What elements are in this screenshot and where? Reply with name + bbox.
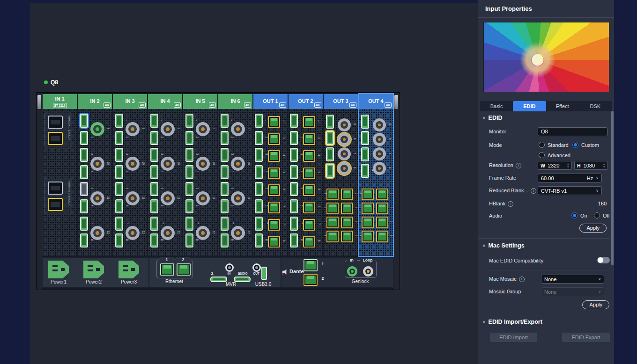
- card-in2[interactable]: IN 24K123456789101112: [78, 94, 112, 256]
- bnc-port-11[interactable]: [161, 191, 175, 205]
- hdmi-port-5[interactable]: [255, 182, 263, 196]
- tab-basic[interactable]: Basic: [480, 101, 513, 111]
- rj45-port-6[interactable]: [341, 217, 353, 228]
- bnc-port-12[interactable]: [126, 226, 140, 240]
- hdmi-port-5[interactable]: [150, 182, 158, 196]
- tab-edid[interactable]: EDID: [513, 101, 546, 111]
- spinner-arrows-icon[interactable]: ∧∨: [603, 163, 605, 168]
- hdmi-port-4[interactable]: [221, 165, 229, 179]
- hdmi-port-7[interactable]: [290, 217, 298, 231]
- rj45-port-1[interactable]: [326, 189, 339, 200]
- tab-dsk[interactable]: DSK: [579, 101, 612, 111]
- monitor-input[interactable]: Q8: [538, 127, 607, 136]
- mac-settings-section-header[interactable]: ∨ Mac Settings: [482, 242, 525, 249]
- hdmi-port-7[interactable]: [115, 217, 123, 231]
- mode-custom-radio[interactable]: Custom: [572, 142, 599, 148]
- mac-compatibility-toggle[interactable]: [597, 257, 610, 263]
- rj45-port-3[interactable]: [362, 203, 374, 214]
- hdmi-port-3[interactable]: [115, 148, 123, 162]
- info-icon[interactable]: [531, 188, 536, 194]
- card-in1[interactable]: IN 1ST 2110PRIMARY-1-BACKUPPRIMARY-2-BAC…: [43, 94, 77, 256]
- hdmi-port-2[interactable]: [150, 131, 158, 145]
- bnc-port-12[interactable]: [196, 226, 210, 240]
- hdmi-port-8[interactable]: [80, 233, 88, 248]
- ethernet-port-2[interactable]: [177, 263, 191, 276]
- bnc-port-11[interactable]: [231, 191, 245, 205]
- hdmi-port-5[interactable]: [221, 182, 229, 196]
- rj45-port-8[interactable]: [376, 231, 388, 242]
- rj45-port-5[interactable]: [303, 184, 315, 196]
- card-in3[interactable]: IN 34K123456789101112: [113, 94, 147, 256]
- bnc-port-9[interactable]: [90, 122, 104, 136]
- usb-port[interactable]: [261, 267, 267, 280]
- hdmi-port-3[interactable]: [326, 147, 334, 161]
- bnc-port-8[interactable]: [373, 162, 386, 175]
- width-stepper[interactable]: W 2320 ∧∨: [538, 161, 572, 170]
- hdmi-port-6[interactable]: [150, 199, 158, 213]
- hdmi-port-1[interactable]: [255, 114, 263, 128]
- ethernet-port-1[interactable]: [160, 263, 174, 276]
- audio-in-jack[interactable]: [225, 263, 234, 272]
- info-icon[interactable]: [519, 277, 525, 282]
- rj45-port-8[interactable]: [341, 231, 353, 242]
- edid-section-header[interactable]: ∨ EDID: [482, 115, 502, 121]
- mode-standard-radio[interactable]: Standard: [539, 142, 569, 148]
- hdmi-port-4[interactable]: [80, 165, 88, 179]
- dante-port-2[interactable]: [304, 274, 318, 286]
- power1-connector[interactable]: [48, 261, 69, 278]
- bnc-port-11[interactable]: [196, 191, 210, 205]
- sfp-port[interactable]: [48, 182, 63, 195]
- height-stepper[interactable]: H 1080 ∧∨: [574, 161, 608, 170]
- rj45-port-2[interactable]: [341, 189, 353, 200]
- hdmi-port-1[interactable]: [150, 114, 158, 128]
- mac-apply-button[interactable]: Apply: [582, 300, 609, 309]
- rj45-port-5[interactable]: [268, 184, 280, 196]
- rj45-port-2[interactable]: [303, 133, 315, 145]
- card-out1[interactable]: OUT 14K1234567812345678: [253, 94, 288, 256]
- bnc-port-11[interactable]: [90, 191, 104, 205]
- bnc-port-8[interactable]: [338, 162, 351, 175]
- hdmi-port-4[interactable]: [185, 165, 193, 179]
- bnc-port-7[interactable]: [373, 147, 386, 160]
- hdmi-port-5[interactable]: [185, 182, 193, 196]
- hdmi-port-2[interactable]: [326, 131, 334, 145]
- bnc-port-12[interactable]: [161, 226, 175, 240]
- hdmi-port-3[interactable]: [221, 148, 229, 162]
- sfp-port[interactable]: [48, 132, 63, 145]
- rj45-port-4[interactable]: [341, 203, 353, 214]
- mac-mosaic-select[interactable]: None ∨: [541, 275, 604, 284]
- hdmi-port-1[interactable]: [361, 115, 369, 129]
- reduced-blanking-select[interactable]: CVT-RB v1 ∨: [538, 186, 602, 195]
- hdmi-port-7[interactable]: [221, 217, 229, 231]
- hdmi-port-2[interactable]: [290, 131, 298, 145]
- hdmi-port-2[interactable]: [185, 131, 193, 145]
- bnc-port-6[interactable]: [373, 133, 386, 146]
- hdmi-port-2[interactable]: [115, 131, 123, 145]
- audio-off-radio[interactable]: Off: [594, 212, 609, 218]
- card-out2[interactable]: OUT 24K1234567812345678: [289, 94, 323, 256]
- hdmi-port-4[interactable]: [255, 165, 263, 179]
- hdmi-port-4[interactable]: [150, 165, 158, 179]
- rj45-port-6[interactable]: [268, 202, 280, 213]
- bnc-port-10[interactable]: [90, 157, 104, 171]
- rj45-port-1[interactable]: [362, 189, 374, 200]
- hdmi-port-3[interactable]: [290, 148, 298, 162]
- info-icon[interactable]: [508, 201, 513, 207]
- hdmi-port-4[interactable]: [115, 165, 123, 179]
- rj45-port-6[interactable]: [303, 202, 315, 213]
- hdmi-port-6[interactable]: [290, 199, 298, 213]
- hdmi-port-3[interactable]: [255, 148, 263, 162]
- hdmi-port-3[interactable]: [361, 147, 369, 161]
- bnc-port-10[interactable]: [126, 157, 140, 171]
- sfp-port[interactable]: [48, 116, 63, 129]
- bnc-port-12[interactable]: [231, 226, 245, 240]
- hdmi-port-4[interactable]: [361, 164, 369, 178]
- bnc-port-7[interactable]: [338, 147, 351, 160]
- hdmi-port-2[interactable]: [255, 131, 263, 145]
- rj45-port-6[interactable]: [376, 217, 388, 228]
- rj45-port-5[interactable]: [362, 217, 374, 228]
- rj45-port-4[interactable]: [268, 167, 280, 179]
- dante-port-1[interactable]: [304, 259, 318, 271]
- card-in5[interactable]: IN 54K123456789101112: [183, 94, 217, 256]
- hdmi-port-7[interactable]: [255, 217, 263, 231]
